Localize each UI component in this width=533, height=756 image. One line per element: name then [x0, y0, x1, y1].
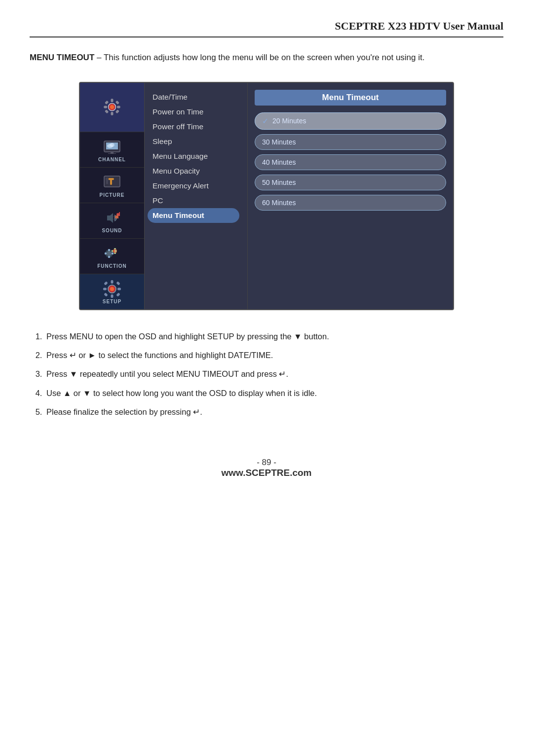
gear-svg-icon	[102, 95, 122, 119]
instruction-5: Please finalize the selection by pressin…	[44, 405, 503, 418]
svg-rect-35	[114, 248, 116, 250]
svg-rect-2	[111, 99, 114, 102]
svg-rect-46	[116, 281, 120, 285]
menu-item-sleep[interactable]: Sleep	[152, 134, 239, 149]
setup-label: SETUP	[103, 299, 121, 304]
svg-rect-19	[108, 178, 114, 180]
svg-rect-37	[112, 250, 113, 252]
menu-item-emergency[interactable]: Emergency Alert	[152, 179, 239, 193]
instruction-1: Press MENU to open the OSD and highlight…	[44, 330, 503, 343]
menu-item-timeout[interactable]: Menu Timeout	[148, 208, 239, 223]
osd-right-panel: Menu Timeout ✓ 20 Minutes 30 Minutes 40 …	[248, 83, 453, 309]
osd-ui: CHANNEL PICTURE	[79, 82, 454, 310]
sidebar-item-sound[interactable]: SOUND	[80, 203, 144, 239]
svg-rect-26	[117, 215, 118, 218]
svg-rect-29	[108, 249, 110, 251]
menu-item-language[interactable]: Menu Language	[152, 149, 239, 164]
svg-rect-42	[111, 294, 114, 298]
option-30-min[interactable]: 30 Minutes	[255, 134, 446, 150]
svg-rect-43	[103, 288, 107, 290]
svg-rect-15	[111, 152, 114, 153]
svg-point-1	[110, 105, 114, 109]
svg-rect-30	[108, 256, 110, 258]
svg-rect-36	[114, 252, 116, 254]
svg-rect-41	[111, 280, 114, 284]
option-50-label: 50 Minutes	[262, 179, 296, 186]
svg-rect-38	[115, 250, 116, 252]
svg-rect-9	[115, 109, 119, 113]
website-url: www.SCEPTRE.com	[30, 468, 503, 478]
menu-item-power-on[interactable]: Power on Time	[152, 105, 239, 119]
svg-rect-24	[119, 212, 120, 216]
setup-icon	[102, 279, 122, 299]
sidebar-item-function[interactable]: FUNCTION	[80, 239, 144, 274]
sidebar-item-setup-top[interactable]	[80, 83, 144, 132]
intro-paragraph: MENU TIMEOUT – This function adjusts how…	[30, 51, 449, 64]
sound-label: SOUND	[102, 228, 122, 233]
menu-item-opacity[interactable]: Menu Opacity	[152, 164, 239, 179]
function-label: FUNCTION	[97, 263, 127, 269]
instruction-3: Press ▼ repeatedly until you select MENU…	[44, 367, 503, 380]
svg-point-14	[110, 143, 114, 147]
menu-item-pc[interactable]: PC	[152, 193, 239, 208]
svg-rect-47	[104, 292, 108, 296]
sidebar-item-setup[interactable]: SETUP	[80, 274, 144, 309]
option-20-label: 20 Minutes	[272, 117, 306, 125]
panel-title: Menu Timeout	[255, 90, 446, 106]
option-30-label: 30 Minutes	[262, 138, 296, 146]
option-20-min[interactable]: ✓ 20 Minutes	[255, 112, 446, 130]
svg-rect-6	[105, 101, 109, 105]
function-icon	[102, 244, 122, 263]
svg-rect-31	[105, 252, 107, 254]
svg-rect-44	[117, 288, 121, 290]
option-50-min[interactable]: 50 Minutes	[255, 175, 446, 190]
svg-marker-22	[107, 213, 113, 223]
sidebar-item-channel[interactable]: CHANNEL	[80, 132, 144, 168]
picture-icon	[102, 173, 122, 192]
channel-icon	[102, 137, 122, 157]
svg-rect-3	[111, 112, 114, 115]
option-60-label: 60 Minutes	[262, 199, 296, 207]
channel-label: CHANNEL	[98, 157, 126, 162]
svg-point-28	[107, 251, 112, 256]
sidebar-item-picture[interactable]: PICTURE	[80, 168, 144, 203]
svg-rect-48	[116, 292, 120, 296]
picture-label: PICTURE	[100, 192, 125, 198]
svg-rect-8	[105, 109, 109, 113]
svg-rect-5	[117, 106, 120, 108]
svg-rect-45	[104, 281, 108, 285]
check-icon-20: ✓	[262, 116, 268, 126]
intro-text: This function adjusts how long the menu …	[104, 53, 425, 62]
option-60-min[interactable]: 60 Minutes	[255, 195, 446, 211]
menu-item-power-off[interactable]: Power off Time	[152, 119, 239, 134]
osd-sidebar: CHANNEL PICTURE	[80, 83, 144, 309]
setup-gear-icon	[102, 97, 122, 117]
instruction-2: Press ↵ or ► to select the functions and…	[44, 349, 503, 361]
sound-icon	[102, 208, 122, 228]
svg-rect-16	[108, 153, 116, 154]
option-40-min[interactable]: 40 Minutes	[255, 154, 446, 170]
svg-rect-4	[104, 106, 107, 108]
instruction-4: Use ▲ or ▼ to select how long you want t…	[44, 387, 503, 399]
osd-middle-menu: Date/Time Power on Time Power off Time S…	[144, 83, 248, 309]
page-title: SCEPTRE X23 HDTV User Manual	[30, 20, 503, 37]
page-footer: - 89 - www.SCEPTRE.com	[30, 458, 503, 478]
menu-item-datetime[interactable]: Date/Time	[152, 90, 239, 105]
svg-rect-7	[115, 101, 119, 105]
option-40-label: 40 Minutes	[262, 158, 296, 166]
svg-point-40	[110, 287, 114, 291]
page-number: - 89 -	[30, 458, 503, 468]
instructions-list: Press MENU to open the OSD and highlight…	[44, 330, 503, 419]
svg-rect-21	[106, 179, 108, 184]
svg-rect-32	[112, 252, 114, 254]
intro-dash: –	[97, 53, 101, 62]
intro-label: MENU TIMEOUT	[30, 53, 94, 62]
